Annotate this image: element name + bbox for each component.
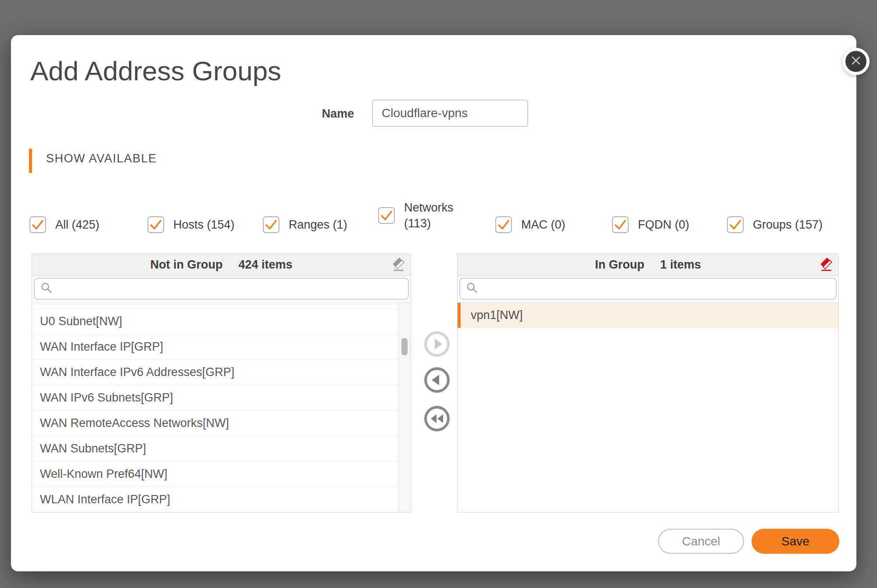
not-in-group-list: U0 Subnet[NW]WAN Interface IP[GRP]WAN In… [32,302,411,512]
search-icon [40,281,53,296]
checkbox-hosts[interactable] [147,216,164,233]
move-all-left-button[interactable] [424,405,450,432]
in-group-header: In Group 1 items [458,254,838,276]
list-item[interactable]: WAN RemoteAccess Networks[NW] [32,411,398,436]
move-right-button[interactable] [424,331,450,357]
in-group-list: vpn1[NW] [458,302,838,512]
not-in-group-search-input[interactable] [57,279,408,299]
add-address-groups-modal: Add Address Groups Name SHOW AVAILABLE A… [11,35,856,571]
close-button[interactable] [842,48,870,75]
checkbox-ranges[interactable] [263,216,279,233]
filter-label: Ranges (1) [289,218,347,232]
checkbox-fqdn[interactable] [612,216,629,233]
in-group-search-box [459,278,837,300]
list-item[interactable]: WAN Interface IPv6 Addresses[GRP] [32,360,398,385]
arrow-left-icon [424,388,450,394]
checkbox-networks[interactable] [378,207,395,224]
not-in-group-panel: Not in Group 424 items [32,254,411,513]
filter-groups[interactable]: Groups (157) [727,207,823,242]
list-item[interactable]: Well-Known Pref64[NW] [32,462,398,487]
filter-label: MAC (0) [521,218,566,232]
selected-row-accent-bar [458,303,461,328]
not-in-group-count: 424 items [238,258,292,272]
not-in-group-search-area [32,276,411,302]
in-group-count: 1 items [660,258,701,272]
filter-ranges[interactable]: Ranges (1) [263,207,347,242]
eraser-icon [391,267,406,273]
list-item[interactable]: U0 Subnet[NW] [32,309,398,334]
not-in-group-title: Not in Group [150,258,222,272]
section-title: SHOW AVAILABLE [46,152,157,165]
list-item-selected[interactable]: vpn1[NW] [458,303,838,328]
list-item[interactable]: WLAN Interface IP[GRP] [32,487,398,512]
list-item[interactable]: WAN Interface IP[GRP] [32,334,398,360]
name-input[interactable] [372,100,528,127]
eraser-icon [819,267,834,273]
scrollbar-thumb[interactable] [401,338,408,355]
filter-mac[interactable]: MAC (0) [495,207,566,242]
clear-not-in-group-button[interactable] [391,257,407,273]
checkbox-groups[interactable] [727,216,744,233]
filter-label: Groups (157) [753,218,823,232]
not-in-group-header: Not in Group 424 items [32,254,411,276]
name-label: Name [246,107,354,121]
filter-all[interactable]: All (425) [29,207,100,242]
list-item-partial [32,303,398,309]
in-group-search-area [458,276,838,302]
cancel-button[interactable]: Cancel [658,529,744,554]
search-icon [465,281,479,296]
filter-label: All (425) [55,218,100,232]
filter-fqdn[interactable]: FQDN (0) [612,207,689,242]
filter-label: Hosts (154) [173,218,235,232]
checkbox-all[interactable] [29,216,46,233]
arrow-right-icon [424,352,450,359]
move-left-button[interactable] [424,367,450,393]
filter-label: FQDN (0) [638,218,689,232]
checkbox-mac[interactable] [495,216,512,233]
save-button[interactable]: Save [752,529,839,554]
double-arrow-left-icon [424,427,450,433]
in-group-title: In Group [595,258,644,272]
in-group-search-input[interactable] [483,279,836,299]
list-item-label: vpn1[NW] [471,308,523,322]
section-accent-bar [29,149,32,173]
in-group-panel: In Group 1 items [457,254,839,513]
filter-label: Networks (113) [404,200,468,231]
filter-networks[interactable]: Networks (113) [378,198,468,233]
not-in-group-search-box [34,278,409,300]
list-item[interactable]: WAN Subnets[GRP] [32,436,398,462]
clear-in-group-button[interactable] [819,257,834,273]
filter-hosts[interactable]: Hosts (154) [147,207,235,242]
modal-title: Add Address Groups [30,55,281,86]
list-item[interactable]: WAN IPv6 Subnets[GRP] [32,385,398,411]
scrollbar-track[interactable] [398,303,411,512]
close-icon [846,50,866,72]
screen-overlay: Add Address Groups Name SHOW AVAILABLE A… [0,0,877,588]
